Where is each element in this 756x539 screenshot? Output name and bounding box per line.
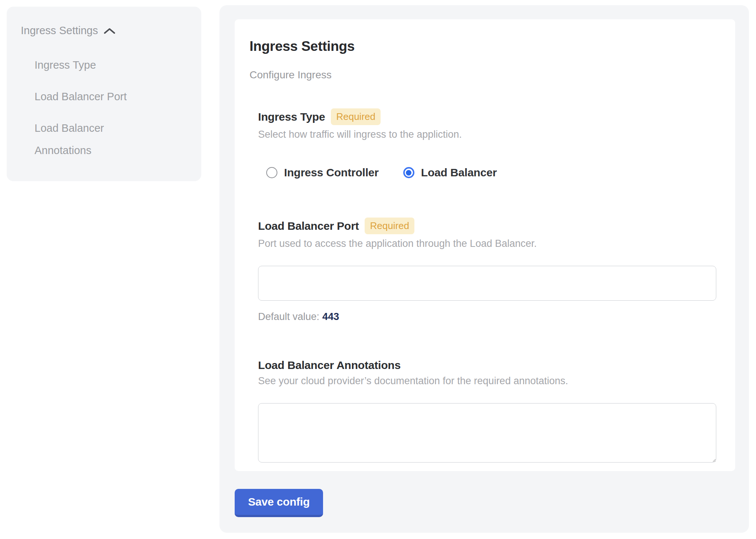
required-badge: Required <box>331 108 381 125</box>
section-load-balancer-annotations: Load Balancer Annotations See your cloud… <box>258 359 720 463</box>
load-balancer-annotations-textarea[interactable] <box>258 403 716 463</box>
page-title: Ingress Settings <box>250 39 720 54</box>
ingress-type-description: Select how traffic will ingress to the a… <box>258 129 720 140</box>
save-config-button[interactable]: Save config <box>235 489 323 517</box>
sidebar-group-ingress-settings[interactable]: Ingress Settings <box>21 24 187 37</box>
radio-option-ingress-controller[interactable]: Ingress Controller <box>266 166 379 179</box>
radio-label-load-balancer: Load Balancer <box>421 166 497 179</box>
ingress-settings-card: Ingress Settings Configure Ingress Ingre… <box>235 19 735 471</box>
radio-label-ingress-controller: Ingress Controller <box>284 166 379 179</box>
ingress-type-options: Ingress Controller Load Balancer <box>258 166 720 179</box>
default-value-line: Default value:443 <box>258 311 720 323</box>
radio-button-ingress-controller[interactable] <box>266 167 277 178</box>
load-balancer-port-heading: Load Balancer Port <box>258 220 359 232</box>
page-subtitle: Configure Ingress <box>250 69 720 81</box>
required-badge: Required <box>365 218 414 234</box>
section-load-balancer-port: Load Balancer Port Required Port used to… <box>258 218 720 323</box>
settings-sidebar: Ingress Settings Ingress Type Load Balan… <box>7 7 201 181</box>
sidebar-group-label: Ingress Settings <box>21 24 98 37</box>
radio-option-load-balancer[interactable]: Load Balancer <box>403 166 497 179</box>
load-balancer-annotations-heading: Load Balancer Annotations <box>258 359 401 372</box>
ingress-type-heading: Ingress Type <box>258 111 325 123</box>
load-balancer-annotations-description: See your cloud provider’s documentation … <box>258 375 720 387</box>
load-balancer-port-description: Port used to access the application thro… <box>258 238 720 249</box>
section-ingress-type: Ingress Type Required Select how traffic… <box>258 108 720 179</box>
load-balancer-port-input[interactable] <box>258 266 716 301</box>
radio-button-load-balancer[interactable] <box>403 167 414 178</box>
sidebar-item-load-balancer-annotations[interactable]: Load Balancer Annotations <box>35 117 143 161</box>
chevron-up-icon <box>104 26 115 35</box>
sidebar-item-load-balancer-port[interactable]: Load Balancer Port <box>35 85 143 108</box>
default-value-label: Default value: <box>258 311 319 322</box>
ingress-settings-panel: Ingress Settings Configure Ingress Ingre… <box>219 5 749 533</box>
sidebar-item-list: Ingress Type Load Balancer Port Load Bal… <box>21 54 143 161</box>
sidebar-item-ingress-type[interactable]: Ingress Type <box>35 54 143 76</box>
default-value: 443 <box>322 311 339 322</box>
